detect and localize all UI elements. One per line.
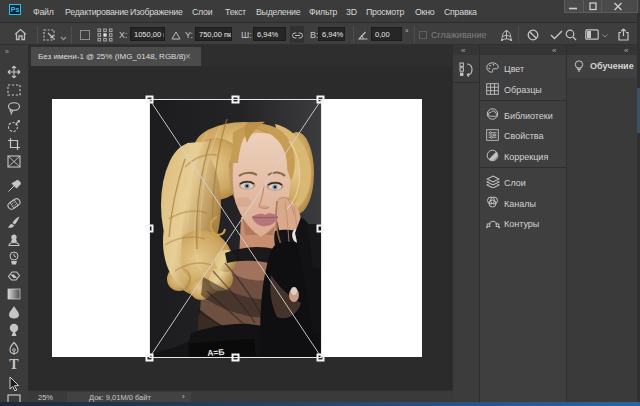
svg-text:А=Б: А=Б <box>207 347 225 357</box>
